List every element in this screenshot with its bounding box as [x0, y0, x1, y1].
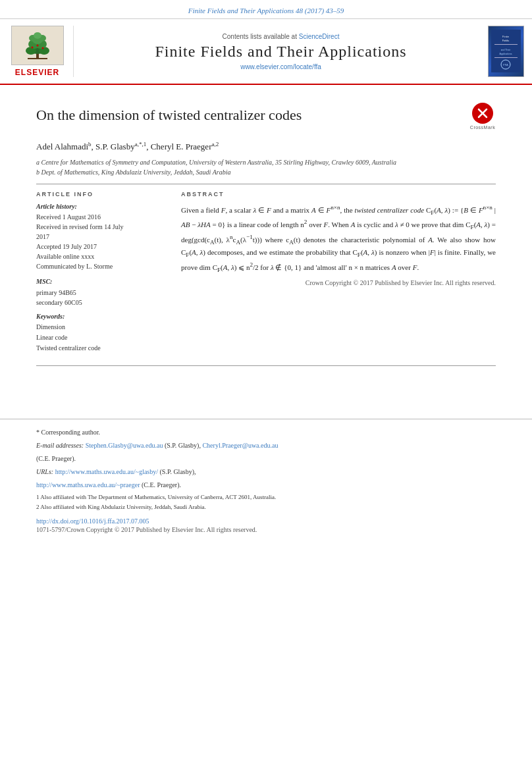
divider-1 [36, 184, 496, 184]
article-history-label: Article history: [36, 203, 168, 210]
journal-cover-text: Finite Fields and Their Applications FFA [490, 28, 522, 74]
elsevier-label: ELSEVIER [15, 68, 59, 77]
elsevier-logo-area: ELSEVIER [8, 26, 74, 77]
doi-link[interactable]: http://dx.doi.org/10.1016/j.ffa.2017.07.… [36, 517, 496, 525]
issn-text: 1071-5797/Crown Copyright © 2017 Publish… [36, 526, 496, 533]
corresponding-author-note: * Corresponding author. [36, 427, 496, 438]
svg-text:Applications: Applications [500, 53, 512, 55]
authors-line: Adel Alahmadib, S.P. Glasbya,*,1, Cheryl… [36, 141, 496, 152]
keyword-twisted-centralizer: Twisted centralizer code [36, 343, 168, 354]
abstract-text: Given a field F, a scalar λ ∈ F and a ma… [181, 203, 496, 275]
affiliation-a: a Centre for Mathematics of Symmetry and… [36, 157, 496, 167]
received-date: Received 1 August 2016 [36, 212, 168, 222]
svg-point-13 [36, 45, 38, 47]
footnote-2: 2 Also affiliated with King Abdulaziz Un… [36, 503, 496, 512]
journal-cover-thumbnail: Finite Fields and Their Applications FFA [488, 26, 524, 77]
urls-note: URLs: http://www.maths.uwa.edu.au/~glasb… [36, 467, 496, 477]
journal-url: www.elsevier.com/locate/ffa [240, 63, 321, 70]
crossmark-label: CrossMark [470, 125, 495, 130]
svg-text:and Their: and Their [501, 49, 512, 51]
email1-link[interactable]: Stephen.Glasby@uwa.edu.au [86, 442, 163, 449]
page: Finite Fields and Their Applications 48 … [0, 0, 532, 765]
url2-line: http://www.maths.uwa.edu.au/~praeger (C.… [36, 480, 496, 490]
svg-point-10 [34, 32, 41, 39]
abstract-column: ABSTRACT Given a field F, a scalar λ ∈ F… [181, 191, 496, 354]
article-history-dates: Received 1 August 2016 Received in revis… [36, 212, 168, 271]
email-label: E-mail addresses: [36, 442, 84, 449]
communicated: Communicated by L. Storme [36, 261, 168, 271]
affiliation-b: b Dept. of Mathematics, King Abdulaziz U… [36, 167, 496, 177]
copyright-text: Crown Copyright © 2017 Published by Else… [181, 279, 496, 286]
msc-section: MSC: primary 94B65 secondary 60C05 [36, 277, 168, 307]
email1-person: (S.P. Glasby), [165, 442, 201, 449]
svg-text:Finite: Finite [502, 35, 510, 38]
journal-header: ELSEVIER Contents lists available at Sci… [0, 19, 532, 85]
email2-link[interactable]: Cheryl.Praeger@uwa.edu.au [202, 442, 278, 449]
accepted-date: Accepted 19 July 2017 [36, 242, 168, 251]
article-info-column: ARTICLE INFO Article history: Received 1… [36, 191, 168, 354]
url2-person: (C.E. Praeger). [142, 481, 181, 488]
revised-date: Received in revised form 14 July2017 [36, 222, 168, 242]
paper-title: On the dimension of twisted centralizer … [36, 106, 469, 125]
footnote-1: 1 Also affiliated with The Department of… [36, 493, 496, 502]
urls-label: URLs: [36, 468, 53, 475]
journal-citation-text: Finite Fields and Their Applications 48 … [188, 7, 344, 14]
svg-rect-20 [494, 57, 518, 58]
sciencedirect-link[interactable]: ScienceDirect [299, 33, 340, 40]
svg-rect-1 [28, 58, 47, 59]
elsevier-tree-image [11, 26, 64, 65]
article-info-heading: ARTICLE INFO [36, 191, 168, 198]
crossmark-badge: CrossMark [469, 103, 496, 129]
msc-label: MSC: [36, 277, 168, 286]
keyword-linear-code: Linear code [36, 332, 168, 343]
journal-title-header: Finite Fields and Their Applications [155, 43, 406, 61]
svg-point-12 [41, 47, 43, 49]
journal-info-center: Contents lists available at ScienceDirec… [80, 26, 481, 77]
msc-primary: primary 94B65 [36, 288, 168, 298]
email-addresses-note: E-mail addresses: Stephen.Glasby@uwa.edu… [36, 440, 496, 451]
contents-label: Contents lists available at ScienceDirec… [223, 33, 340, 40]
main-content: On the dimension of twisted centralizer … [0, 85, 532, 379]
svg-text:Fields: Fields [502, 39, 510, 42]
online-date: Available online xxxx [36, 251, 168, 261]
svg-text:FFA: FFA [503, 63, 508, 66]
svg-rect-17 [494, 44, 518, 45]
two-column-layout: ARTICLE INFO Article history: Received 1… [36, 191, 496, 354]
divider-2 [36, 365, 496, 366]
keywords-label: Keywords: [36, 313, 168, 320]
msc-secondary: secondary 60C05 [36, 298, 168, 307]
footer-footnotes: * Corresponding author. E-mail addresses… [0, 419, 532, 541]
affiliations: a Centre for Mathematics of Symmetry and… [36, 157, 496, 177]
keyword-dimension: Dimension [36, 322, 168, 332]
url2-link[interactable]: http://www.maths.uwa.edu.au/~praeger [36, 481, 140, 488]
url1-link[interactable]: http://www.maths.uwa.edu.au/~glasby/ [55, 468, 158, 475]
abstract-heading: ABSTRACT [181, 191, 496, 198]
url1-person: (S.P. Glasby), [160, 468, 196, 475]
email2-person-line: (C.E. Praeger). [36, 454, 496, 464]
journal-citation-bar: Finite Fields and Their Applications 48 … [0, 0, 532, 19]
keywords-section: Keywords: Dimension Linear code Twisted … [36, 313, 168, 354]
svg-point-11 [31, 47, 33, 49]
